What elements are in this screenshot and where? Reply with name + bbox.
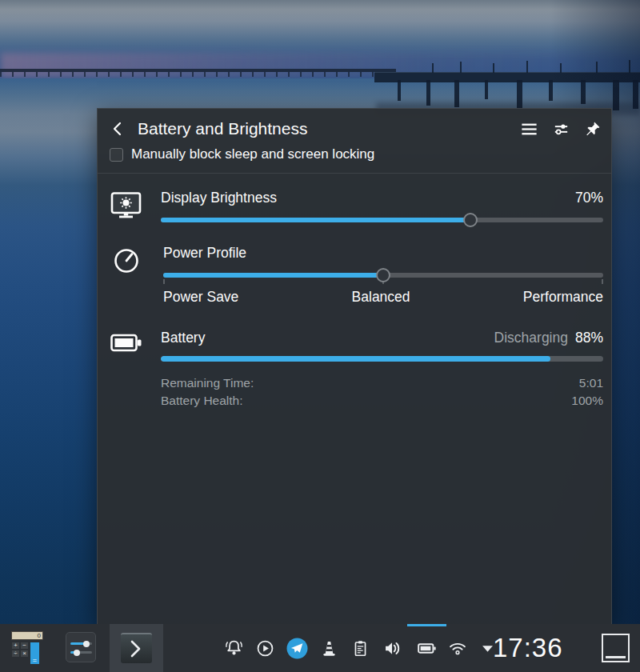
volume-icon[interactable] — [382, 624, 403, 672]
power-profile-level-powersave[interactable]: Power Save — [163, 289, 238, 306]
popup-header: Battery and Brightness — [98, 109, 611, 138]
power-profile-gauge-icon — [110, 245, 163, 306]
calculator-launcher[interactable]: 0 + − ÷ × = — [11, 631, 43, 665]
battery-remaining-time-row: Remaining Time: 5:01 — [161, 374, 603, 392]
brightness-section: Display Brightness 70% — [110, 190, 603, 227]
remaining-time-value: 5:01 — [579, 374, 603, 392]
telegram-icon[interactable] — [286, 624, 308, 672]
battery-health-row: Battery Health: 100% — [161, 392, 603, 410]
power-profile-section: Power Profile Power Save Balanced Perfor… — [110, 245, 603, 306]
block-sleep-label: Manually block sleep and screen locking — [131, 146, 374, 162]
block-sleep-checkbox-row[interactable]: Manually block sleep and screen locking — [110, 146, 611, 162]
remaining-time-label: Remaining Time: — [161, 374, 254, 392]
battery-section: Battery Discharging 88% Remaining Time: … — [110, 330, 603, 410]
power-profile-slider[interactable] — [163, 268, 603, 282]
battery-health-label: Battery Health: — [161, 392, 243, 410]
tray-expand-chevron-icon[interactable] — [482, 624, 494, 672]
battery-tray-icon[interactable] — [416, 624, 438, 672]
back-icon[interactable] — [110, 120, 126, 138]
clipboard-icon[interactable] — [350, 624, 370, 672]
brightness-value: 70% — [575, 190, 603, 206]
brightness-slider-handle[interactable] — [463, 213, 478, 227]
taskbar: 0 + − ÷ × = — [0, 624, 640, 672]
terminal-task-button[interactable] — [121, 633, 152, 663]
brightness-slider[interactable] — [161, 213, 603, 227]
active-tray-indicator — [407, 624, 446, 626]
battery-health-value: 100% — [571, 392, 603, 410]
audio-mixer-launcher[interactable] — [66, 632, 96, 662]
power-profile-level-balanced[interactable]: Balanced — [352, 289, 410, 306]
power-profile-level-performance[interactable]: Performance — [523, 289, 603, 306]
desktop-screen: Battery and Brightness Manually bl — [0, 0, 640, 672]
brightness-label: Display Brightness — [161, 190, 277, 206]
battery-icon — [110, 330, 161, 410]
calculator-icon-display: 0 — [11, 631, 43, 640]
display-brightness-icon — [110, 190, 161, 227]
notifications-bell-icon[interactable] — [224, 624, 244, 672]
power-profile-slider-handle[interactable] — [376, 268, 390, 282]
media-player-icon[interactable] — [255, 624, 275, 672]
power-profile-label: Power Profile — [163, 245, 246, 262]
battery-brightness-popup: Battery and Brightness Manually bl — [97, 108, 612, 625]
pin-icon[interactable] — [584, 120, 602, 138]
digital-clock[interactable]: 17:36 — [493, 624, 563, 672]
battery-progress-bar — [161, 356, 603, 362]
hamburger-menu-icon[interactable] — [520, 120, 538, 138]
wifi-icon[interactable] — [447, 624, 468, 672]
block-sleep-checkbox[interactable] — [110, 148, 123, 162]
vlc-cone-icon[interactable] — [319, 624, 339, 672]
popup-title: Battery and Brightness — [138, 119, 506, 138]
battery-label: Battery — [161, 330, 205, 346]
configure-sliders-icon[interactable] — [552, 120, 570, 138]
show-desktop-button[interactable] — [602, 634, 630, 662]
battery-value: 88% — [575, 330, 603, 346]
battery-status: Discharging — [494, 330, 568, 346]
